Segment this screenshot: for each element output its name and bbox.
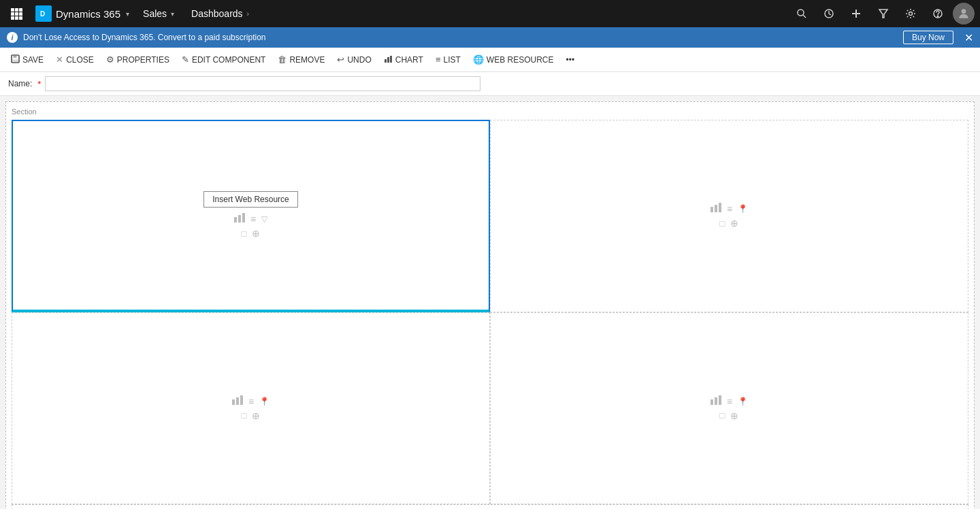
top-navigation: D Dynamics 365 ▾ Sales ▾ Dashboards › bbox=[0, 0, 980, 27]
edit-component-button[interactable]: ✎ EDIT COMPONENT bbox=[176, 52, 271, 67]
cell-icons-row-4: ≡ 📍 bbox=[710, 395, 748, 408]
dashboard-cell-bottom-left[interactable]: ≡ 📍 □ ⊕ bbox=[12, 312, 490, 505]
close-notification-button[interactable]: ✕ bbox=[964, 31, 973, 44]
add-cell-icon-1[interactable]: ⊕ bbox=[252, 228, 260, 239]
svg-rect-26 bbox=[387, 57, 389, 63]
svg-rect-4 bbox=[15, 12, 18, 16]
add-cell-icon-4[interactable]: ⊕ bbox=[730, 410, 738, 421]
dropdown-cell-icon-1[interactable]: ▽ bbox=[261, 214, 267, 224]
undo-button[interactable]: ↩ UNDO bbox=[331, 52, 376, 67]
cell-icons-row2-1: □ ⊕ bbox=[242, 228, 261, 239]
web-resource-button[interactable]: 🌐 WEB RESOURCE bbox=[468, 52, 559, 67]
svg-rect-31 bbox=[710, 207, 713, 212]
search-button[interactable] bbox=[789, 1, 814, 26]
svg-rect-2 bbox=[19, 8, 22, 12]
close-button[interactable]: ✕ CLOSE bbox=[50, 52, 99, 67]
list-cell-icon-2[interactable]: ≡ bbox=[727, 203, 732, 214]
chart-button[interactable]: CHART bbox=[378, 52, 429, 68]
svg-point-11 bbox=[798, 10, 804, 16]
remove-button[interactable]: 🗑 REMOVE bbox=[272, 52, 330, 67]
svg-rect-23 bbox=[12, 59, 18, 62]
cell-icons-row2-3: □ ⊕ bbox=[242, 410, 261, 421]
chart-cell-icon-1[interactable] bbox=[234, 213, 245, 225]
svg-rect-33 bbox=[719, 203, 721, 212]
chart-icon bbox=[384, 54, 393, 65]
section-label: Section bbox=[12, 108, 968, 116]
app-name: Dynamics 365 bbox=[56, 8, 120, 20]
user-avatar[interactable] bbox=[953, 3, 975, 24]
svg-point-20 bbox=[962, 9, 966, 14]
svg-rect-30 bbox=[242, 213, 245, 223]
svg-text:D: D bbox=[40, 10, 45, 18]
remove-label: REMOVE bbox=[289, 55, 325, 65]
save-button[interactable]: SAVE bbox=[5, 52, 49, 68]
pin-cell-icon-2[interactable]: 📍 bbox=[738, 204, 748, 214]
notification-bar: i Don't Lose Access to Dynamics 365. Con… bbox=[0, 27, 980, 48]
pin-cell-icon-3[interactable]: 📍 bbox=[259, 397, 270, 406]
dashboard-cell-top-right[interactable]: ≡ 📍 □ ⊕ bbox=[490, 120, 968, 312]
nav-separator bbox=[182, 7, 186, 21]
section-nav[interactable]: Dashboards › bbox=[189, 8, 252, 19]
list-button[interactable]: ≡ LIST bbox=[430, 52, 466, 67]
add-cell-icon-2[interactable]: ⊕ bbox=[730, 218, 738, 229]
chart-cell-icon-2[interactable] bbox=[710, 203, 721, 215]
remove-icon: 🗑 bbox=[278, 54, 287, 65]
module-chevron: ▾ bbox=[171, 10, 174, 18]
web-resource-label: WEB RESOURCE bbox=[487, 55, 554, 65]
expand-cell-icon-1[interactable]: □ bbox=[242, 229, 247, 239]
chart-cell-icon-4[interactable] bbox=[710, 395, 721, 408]
pin-cell-icon-4[interactable]: 📍 bbox=[738, 397, 748, 406]
name-input[interactable] bbox=[45, 76, 480, 91]
svg-rect-8 bbox=[19, 16, 22, 20]
canvas-area: Section Insert Web Resource ≡ ▽ □ ⊕ bbox=[0, 96, 980, 509]
close-label: CLOSE bbox=[66, 55, 94, 65]
properties-button[interactable]: ⚙ PROPERTIES bbox=[101, 52, 175, 67]
bottom-section-bar bbox=[12, 504, 968, 509]
svg-rect-38 bbox=[715, 397, 717, 405]
cell-icons-row-2: ≡ 📍 bbox=[710, 203, 748, 215]
list-cell-icon-1[interactable]: ≡ bbox=[250, 214, 256, 225]
help-button[interactable] bbox=[926, 1, 950, 26]
toolbar: SAVE ✕ CLOSE ⚙ PROPERTIES ✎ EDIT COMPONE… bbox=[0, 48, 980, 72]
properties-icon: ⚙ bbox=[106, 54, 114, 65]
name-row: Name: * bbox=[0, 72, 980, 96]
undo-label: UNDO bbox=[347, 55, 371, 65]
more-label: ••• bbox=[566, 55, 575, 65]
history-button[interactable] bbox=[817, 1, 841, 26]
insert-web-resource-button[interactable]: Insert Web Resource bbox=[203, 191, 298, 208]
section-name: Dashboards bbox=[191, 8, 243, 19]
svg-rect-29 bbox=[238, 215, 241, 223]
svg-rect-3 bbox=[11, 12, 14, 16]
expand-cell-icon-3[interactable]: □ bbox=[242, 410, 247, 421]
chart-cell-icon-3[interactable] bbox=[232, 395, 243, 408]
svg-rect-39 bbox=[719, 395, 721, 405]
module-nav[interactable]: Sales ▾ bbox=[137, 8, 180, 19]
notification-message: Don't Lose Access to Dynamics 365. Conve… bbox=[23, 33, 898, 42]
web-resource-icon: 🌐 bbox=[473, 54, 484, 65]
chart-label: CHART bbox=[395, 55, 423, 65]
dashboard-cell-bottom-right[interactable]: ≡ 📍 □ ⊕ bbox=[490, 312, 968, 505]
settings-button[interactable] bbox=[898, 1, 923, 26]
add-button[interactable] bbox=[844, 1, 868, 26]
list-label: LIST bbox=[443, 55, 460, 65]
section-container: Section Insert Web Resource ≡ ▽ □ ⊕ bbox=[5, 101, 975, 509]
filter-button[interactable] bbox=[871, 1, 896, 26]
cell-icons-row2-2: □ ⊕ bbox=[720, 218, 739, 229]
app-chevron: ▾ bbox=[126, 10, 129, 18]
expand-cell-icon-2[interactable]: □ bbox=[720, 218, 725, 229]
save-label: SAVE bbox=[22, 55, 44, 65]
buy-now-button[interactable]: Buy Now bbox=[903, 31, 953, 44]
name-required-indicator: * bbox=[37, 79, 41, 89]
expand-cell-icon-4[interactable]: □ bbox=[720, 410, 725, 421]
dashboard-cell-top-left[interactable]: Insert Web Resource ≡ ▽ □ ⊕ bbox=[12, 120, 490, 312]
list-cell-icon-4[interactable]: ≡ bbox=[727, 396, 732, 407]
add-cell-icon-3[interactable]: ⊕ bbox=[252, 410, 260, 421]
cell-icons-row-3: ≡ 📍 bbox=[232, 395, 270, 408]
svg-rect-27 bbox=[390, 56, 392, 63]
app-grid-button[interactable] bbox=[5, 3, 27, 24]
list-cell-icon-3[interactable]: ≡ bbox=[248, 396, 254, 407]
list-icon: ≡ bbox=[436, 54, 441, 65]
more-button[interactable]: ••• bbox=[561, 52, 581, 67]
dynamics-logo[interactable]: D Dynamics 365 ▾ bbox=[30, 5, 135, 22]
cell-icons-row2-4: □ ⊕ bbox=[720, 410, 739, 421]
